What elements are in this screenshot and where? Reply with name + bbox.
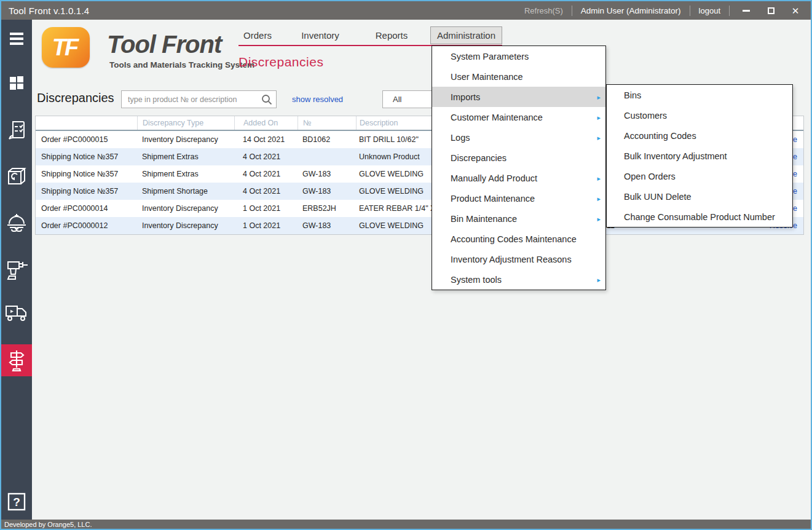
column-header-number: №: [298, 116, 356, 130]
cell-added: 4 Oct 2021: [234, 187, 298, 196]
current-user-label: Admin User (Administrator): [581, 6, 681, 15]
submenu-item-bulk-uun-delete[interactable]: Bulk UUN Delete: [607, 186, 792, 207]
cell-added: 14 Oct 2021: [234, 135, 298, 144]
cell-type: Shipment Extras: [137, 170, 234, 178]
list-heading: Discrepancies: [37, 91, 114, 105]
window-title: Tool Front v.1.0.1.4: [1, 6, 89, 16]
sidebar-item-shipping[interactable]: [1, 303, 32, 323]
submenu-arrow-icon: ▸: [597, 195, 601, 202]
menu-item-accounting-codes-maintenance[interactable]: Accounting Codes Maintenance: [432, 229, 605, 249]
sidebar-item-dashboard[interactable]: [1, 74, 32, 92]
cell-number: GW-183: [298, 170, 356, 178]
submenu-arrow-icon: ▸: [597, 215, 601, 222]
help-icon: ?: [7, 492, 26, 512]
submenu-arrow-icon: ▸: [597, 93, 601, 100]
sidebar-item-discrepancies[interactable]: [1, 344, 32, 376]
close-icon: ✕: [792, 6, 800, 15]
tab-orders[interactable]: Orders: [236, 26, 279, 44]
menu-item-logs[interactable]: Logs▸: [432, 127, 605, 148]
titlebar-separator: [690, 6, 690, 16]
cell-number: GW-183: [298, 221, 356, 230]
menu-item-customer-maintenance[interactable]: Customer Maintenance▸: [432, 107, 605, 127]
minimize-button[interactable]: [738, 4, 754, 17]
refresh-button[interactable]: Refresh(S): [524, 6, 563, 15]
page-title: Discrepancies: [238, 55, 323, 69]
footer-text: Developed by Orange5, LLC.: [4, 521, 92, 528]
tab-reports[interactable]: Reports: [367, 26, 416, 44]
svg-text:?: ?: [13, 496, 20, 508]
cell-added: 4 Oct 2021: [234, 152, 298, 161]
cell-number: GW-183: [298, 187, 356, 196]
search-box: [121, 90, 277, 108]
menu-item-user-maintenance[interactable]: User Maintenance: [432, 66, 605, 87]
app-window: Tool Front v.1.0.1.4 Refresh(S) Admin Us…: [0, 0, 812, 530]
cell-type: Inventory Discrepancy: [137, 135, 234, 144]
submenu-item-accounting-codes[interactable]: Accounting Codes: [607, 125, 792, 146]
sidebar-item-inventory[interactable]: [1, 165, 32, 188]
title-bar: Tool Front v.1.0.1.4 Refresh(S) Admin Us…: [1, 1, 811, 20]
submenu-item-open-orders[interactable]: Open Orders: [607, 166, 792, 186]
column-header-source: [36, 116, 137, 130]
cell-source: Order #PC0000014: [36, 204, 137, 213]
sidebar: ?: [1, 20, 32, 520]
search-input[interactable]: [122, 95, 258, 104]
submenu-item-customers[interactable]: Customers: [607, 105, 792, 125]
imports-submenu: Bins Customers Accounting Codes Bulk Inv…: [606, 84, 793, 227]
truck-icon: [4, 303, 29, 323]
brand-name: Tool Front: [107, 31, 221, 58]
dashboard-icon: [7, 74, 26, 92]
titlebar-separator: [729, 6, 730, 16]
cell-type: Inventory Discrepancy: [137, 204, 234, 213]
tab-administration[interactable]: Administration: [430, 26, 502, 44]
logout-button[interactable]: logout: [699, 6, 720, 15]
cell-type: Shipment Extras: [137, 152, 234, 161]
administration-menu: System Parameters User Maintenance Impor…: [432, 45, 606, 290]
titlebar-separator: [572, 6, 572, 16]
menu-item-discrepancies[interactable]: Discrepancies: [432, 148, 605, 168]
sidebar-item-safety[interactable]: [1, 210, 32, 236]
hamburger-icon: [7, 31, 26, 47]
submenu-arrow-icon: ▸: [597, 175, 601, 181]
cell-number: BD1062: [298, 135, 356, 144]
orders-checklist-icon: [6, 119, 27, 144]
close-button[interactable]: ✕: [787, 4, 803, 17]
maximize-button[interactable]: [763, 4, 779, 17]
search-button[interactable]: [258, 93, 276, 106]
submenu-item-bins[interactable]: Bins: [607, 85, 792, 105]
cell-added: 1 Oct 2021: [234, 221, 298, 230]
brand-tagline: Tools and Materials Tracking System: [109, 60, 254, 69]
status-bar: Developed by Orange5, LLC.: [1, 520, 811, 529]
submenu-item-change-consumable-product-number[interactable]: Change Consumable Product Number: [607, 207, 792, 227]
sidebar-item-tools[interactable]: [1, 257, 32, 282]
submenu-arrow-icon: ▸: [597, 276, 601, 283]
menu-item-product-maintenance[interactable]: Product Maintenance▸: [432, 188, 605, 208]
hamburger-menu-button[interactable]: [1, 31, 32, 47]
column-header-added: Added On: [234, 116, 298, 130]
cell-source: Order #PC0000012: [36, 221, 137, 230]
search-icon: [261, 93, 273, 106]
logo-initials: TF: [52, 34, 79, 61]
tab-inventory[interactable]: Inventory: [293, 26, 348, 44]
show-resolved-link[interactable]: show resolved: [292, 95, 343, 104]
submenu-arrow-icon: ▸: [597, 114, 601, 121]
menu-item-imports[interactable]: Imports▸: [432, 87, 605, 107]
cell-source: Shipping Notice №357: [36, 187, 137, 196]
cell-source: Order #PC0000015: [36, 135, 137, 144]
cell-added: 1 Oct 2021: [234, 204, 298, 213]
column-header-type: Discrepancy Type: [137, 116, 234, 130]
cell-source: Shipping Notice №357: [36, 170, 137, 178]
cell-added: 4 Oct 2021: [234, 170, 298, 178]
menu-item-manually-add-product[interactable]: Manually Add Product▸: [432, 168, 605, 188]
cell-source: Shipping Notice №357: [36, 152, 137, 161]
menu-item-system-parameters[interactable]: System Parameters: [432, 46, 605, 66]
cell-type: Inventory Discrepancy: [137, 221, 234, 230]
signpost-icon: [5, 348, 28, 373]
app-logo: TF: [42, 27, 90, 68]
sidebar-item-orders[interactable]: [1, 119, 32, 144]
help-button[interactable]: ?: [1, 492, 32, 512]
hardhat-icon: [4, 210, 29, 236]
submenu-item-bulk-inventory-adjustment[interactable]: Bulk Inventory Adjustment: [607, 146, 792, 166]
menu-item-inventory-adjustment-reasons[interactable]: Inventory Adjustment Reasons: [432, 249, 605, 269]
menu-item-system-tools[interactable]: System tools▸: [432, 269, 605, 290]
menu-item-bin-maintenance[interactable]: Bin Maintenance▸: [432, 208, 605, 229]
